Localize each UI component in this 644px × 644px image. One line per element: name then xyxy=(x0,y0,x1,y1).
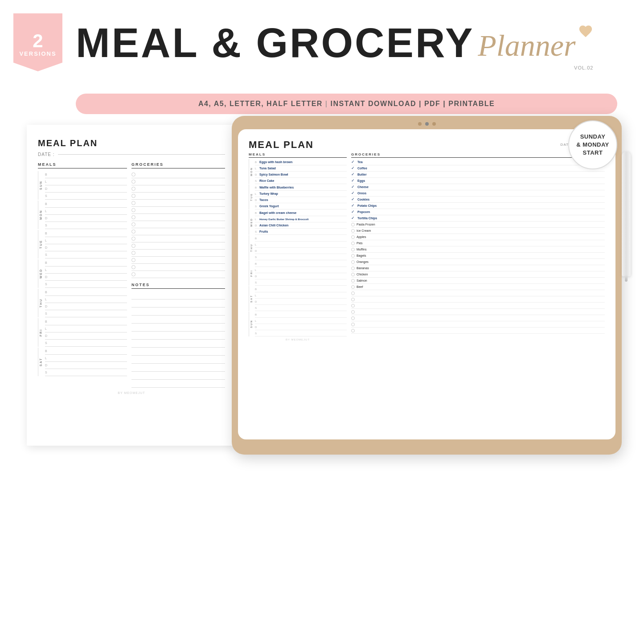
tablet-screen: MEAL PLAN DATE : Jan 22-28 MEALS MON BEg… xyxy=(238,129,615,439)
notes-header: NOTES xyxy=(131,283,225,289)
pipe-separator: | xyxy=(323,100,331,107)
list-item xyxy=(351,328,605,334)
grocery-checkbox xyxy=(351,291,355,295)
list-item: SGreek Yogurt xyxy=(255,203,347,209)
list-item: D xyxy=(255,273,347,279)
check-icon: ✓ xyxy=(351,197,356,202)
paper-thu-label: THU xyxy=(38,289,43,317)
camera-dot-3 xyxy=(432,122,436,126)
check-icon: ✓ xyxy=(351,179,356,183)
table-row: B xyxy=(45,230,127,237)
list-item: D xyxy=(255,248,347,254)
paper-day-wed: WED B L D S xyxy=(38,259,127,288)
grocery-checkbox xyxy=(351,242,355,245)
paper-wed-label: WED xyxy=(38,259,43,288)
paper-footer-brand: BY MEOMEJUT xyxy=(38,391,225,394)
table-row: D xyxy=(45,303,127,310)
camera-dot-1 xyxy=(418,122,422,126)
tablet-day-fri: FRI B L D S xyxy=(249,261,347,286)
details-text: INSTANT DOWNLOAD | PDF | PRINTABLE xyxy=(330,100,495,107)
list-item xyxy=(131,257,225,264)
check-icon: ✓ xyxy=(351,172,356,177)
table-row: S xyxy=(45,310,127,317)
tablet-thu-meals: B L D S xyxy=(255,235,347,260)
notes-section: NOTES xyxy=(131,283,225,388)
tablet-footer: BY MEOMEJUT xyxy=(249,338,347,341)
table-row: B xyxy=(45,171,127,178)
list-item: BEggs with hash brown xyxy=(255,159,347,165)
list-item xyxy=(351,296,605,303)
notes-line xyxy=(131,332,225,340)
list-item xyxy=(131,250,225,257)
list-item xyxy=(131,207,225,214)
list-item: ✓Popcorn xyxy=(351,209,605,215)
list-item: B xyxy=(255,235,347,242)
list-item xyxy=(131,200,225,207)
table-row: L xyxy=(45,267,127,274)
grocery-checkbox xyxy=(131,258,135,262)
tablet-sat-meals: B L D S xyxy=(255,286,347,311)
grocery-checkbox xyxy=(351,323,355,326)
tablet-tue-meals: BWaffle with Blueberries LTurkey Wrap DT… xyxy=(255,185,347,209)
grocery-checkbox xyxy=(131,272,135,276)
list-item: ✓Tortilla Chips xyxy=(351,215,605,222)
badge-line2: & MONDAY xyxy=(576,141,609,149)
tablet-wed-meals: BBagel with cream cheese LHoney Garlic B… xyxy=(255,210,347,235)
list-item: D xyxy=(255,324,347,330)
table-row: B xyxy=(45,289,127,296)
table-row: D xyxy=(45,274,127,281)
list-item: Bagels xyxy=(351,253,605,259)
table-row: S xyxy=(45,281,127,288)
table-row: S xyxy=(45,369,127,376)
check-icon: ✓ xyxy=(351,185,356,189)
list-item xyxy=(131,171,225,178)
paper-thu-meals: B L D S xyxy=(45,289,127,317)
grocery-checkbox xyxy=(131,187,135,191)
tablet-mon-meals: BEggs with hash brown LTuna Salad DSpicy… xyxy=(255,159,347,184)
list-item: S xyxy=(255,330,347,336)
banner-number: 2 xyxy=(33,32,43,50)
grocery-checkbox xyxy=(351,298,355,301)
tablet-day-thu: THU B L D S xyxy=(249,235,347,260)
list-item: D xyxy=(255,299,347,305)
notes-line xyxy=(131,340,225,348)
list-item xyxy=(351,321,605,328)
table-row: S xyxy=(45,251,127,258)
list-item: Oranges xyxy=(351,259,605,265)
tablet-meals-header: MEALS xyxy=(249,152,347,158)
grocery-checkbox xyxy=(131,172,135,176)
table-row: S xyxy=(45,222,127,229)
script-title: Planner xyxy=(478,29,575,62)
tablet-day-wed: WED BBagel with cream cheese LHoney Garl… xyxy=(249,210,347,235)
list-item: DTacos xyxy=(255,197,347,203)
check-icon: ✓ xyxy=(351,210,356,214)
list-item xyxy=(351,315,605,321)
tablet-device: MEAL PLAN DATE : Jan 22-28 MEALS MON BEg… xyxy=(232,116,622,455)
list-item xyxy=(351,309,605,315)
list-item: B xyxy=(255,312,347,318)
paper-planner: MEAL PLAN DATE : MEALS SUN B L D S MON B xyxy=(27,125,236,446)
paper-date-underline xyxy=(58,154,225,155)
tablet-mon-label: MON xyxy=(249,159,254,184)
notes-line xyxy=(131,291,225,299)
list-item: ✓Cheese xyxy=(351,184,605,190)
list-item: S xyxy=(255,305,347,311)
grocery-checkbox xyxy=(351,260,355,264)
table-row: B xyxy=(45,259,127,267)
list-item xyxy=(131,221,225,228)
list-item: DAsian Chili Chicken xyxy=(255,222,347,229)
main-title: MEAL & GROCERY xyxy=(76,22,474,63)
notes-line xyxy=(131,364,225,372)
list-item: BWaffle with Blueberries xyxy=(255,185,347,191)
list-item: Pasta Frozen xyxy=(351,222,605,228)
list-item: ✓Tea xyxy=(351,159,605,165)
notes-line xyxy=(131,308,225,316)
notes-line xyxy=(131,324,225,332)
grocery-checkbox xyxy=(351,285,355,289)
tablet-content-area: MEALS MON BEggs with hash brown LTuna Sa… xyxy=(249,152,605,418)
list-item: L xyxy=(255,318,347,324)
grocery-checkbox xyxy=(351,235,355,239)
formats-text: A4, A5, LETTER, HALF LETTER xyxy=(198,100,323,107)
list-item: Beef xyxy=(351,284,605,290)
notes-line xyxy=(131,372,225,380)
